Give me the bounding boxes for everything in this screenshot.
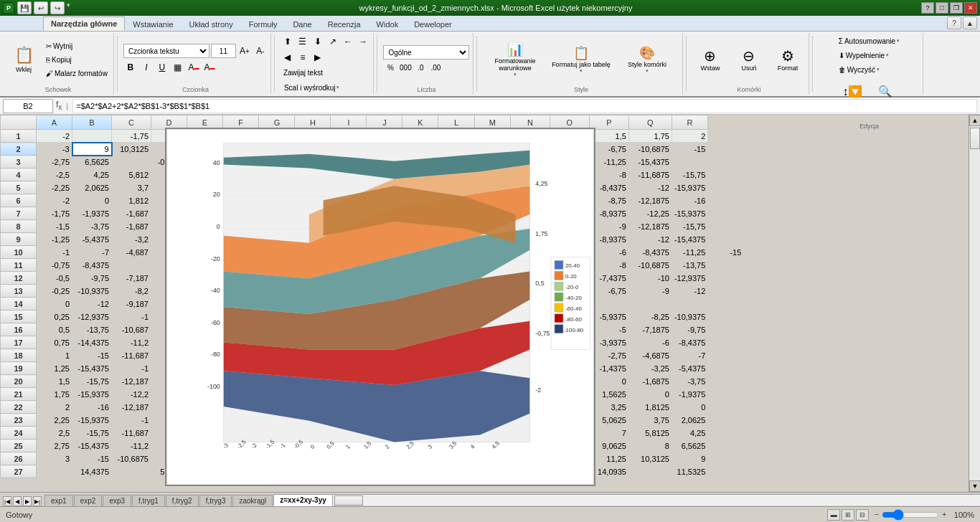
normal-view-btn[interactable]: ▬: [827, 509, 840, 521]
fill-color-btn[interactable]: A▬: [187, 60, 201, 75]
table-row[interactable]: 0: [37, 298, 72, 310]
format-btn[interactable]: ⚙ Format: [770, 34, 806, 85]
row-header-16[interactable]: 16: [1, 323, 37, 336]
text-angle-btn[interactable]: ↗: [326, 34, 340, 49]
table-row[interactable]: -15: [672, 143, 707, 156]
tab-widok[interactable]: Widok: [369, 16, 407, 31]
table-row[interactable]: -15,4375: [672, 233, 707, 246]
border-btn[interactable]: ▦: [171, 60, 185, 75]
table-row[interactable]: 1,75: [37, 388, 72, 401]
row-header-1[interactable]: 1: [1, 130, 37, 143]
horizontal-scrollbar[interactable]: [333, 494, 980, 506]
table-row[interactable]: 0,75: [37, 336, 72, 349]
row-header-23[interactable]: 23: [1, 414, 37, 427]
table-row[interactable]: 11,5325: [672, 465, 707, 478]
decimal-decrease-btn[interactable]: .00: [428, 61, 443, 74]
sheet-tab-z-xx-2xy-3yy[interactable]: z=xx+2xy-3yy: [273, 494, 333, 506]
scroll-up-btn[interactable]: ▲: [969, 115, 980, 126]
align-middle-btn[interactable]: ☰: [296, 34, 310, 49]
table-row[interactable]: -15,4375: [72, 440, 112, 452]
quick-redo-btn[interactable]: ↪: [50, 1, 65, 14]
table-row[interactable]: 1,25: [37, 362, 72, 375]
table-row[interactable]: 8: [628, 440, 672, 452]
row-header-6[interactable]: 6: [1, 194, 37, 207]
table-row[interactable]: -1: [112, 414, 151, 427]
ribbon-minimize-btn[interactable]: ▲: [963, 16, 977, 29]
clear-btn[interactable]: 🗑 Wyczyść ▾: [836, 63, 903, 76]
table-row[interactable]: -2: [37, 130, 72, 143]
row-header-17[interactable]: 17: [1, 336, 37, 349]
row-header-20[interactable]: 20: [1, 375, 37, 388]
table-row[interactable]: 1: [37, 349, 72, 362]
table-row[interactable]: [37, 465, 72, 478]
align-right-btn[interactable]: ▶: [311, 50, 325, 65]
table-row[interactable]: 5,812: [112, 169, 151, 181]
close-btn[interactable]: ✕: [964, 2, 977, 14]
underline-btn[interactable]: U: [155, 60, 169, 75]
table-row[interactable]: 2: [672, 130, 707, 143]
fill-btn[interactable]: ⬇ Wypełnienie ▾: [836, 49, 903, 62]
sheet-tab-zaokr-gl[interactable]: zaokrągl: [232, 495, 273, 506]
formula-input[interactable]: [72, 99, 977, 113]
table-row[interactable]: -1,5: [37, 220, 72, 233]
table-row[interactable]: -1,75: [112, 130, 151, 143]
merge-btn[interactable]: Scal i wyśrodkuj ▾: [281, 80, 343, 95]
table-row[interactable]: 2,0625: [672, 414, 707, 427]
table-row[interactable]: -4,687: [112, 246, 151, 259]
insert-btn[interactable]: ⊕ Wstaw: [692, 34, 728, 85]
sheet-tab-f-tryg1[interactable]: f,tryg1: [132, 495, 165, 506]
table-row[interactable]: [628, 465, 672, 478]
row-header-4[interactable]: 4: [1, 169, 37, 181]
table-row[interactable]: -11,25: [672, 246, 707, 259]
row-header-9[interactable]: 9: [1, 233, 37, 246]
table-row[interactable]: -10,9375: [672, 310, 707, 323]
last-tab-btn[interactable]: ▶|: [33, 496, 42, 506]
row-header-22[interactable]: 22: [1, 401, 37, 414]
table-row[interactable]: -13,75: [72, 323, 112, 336]
table-row[interactable]: [672, 156, 707, 169]
tab-formuly[interactable]: Formuły: [241, 16, 286, 31]
table-row[interactable]: 6,5625: [672, 440, 707, 452]
tab-wstawianie[interactable]: Wstawianie: [125, 16, 181, 31]
table-row[interactable]: -1,75: [37, 207, 72, 220]
table-row[interactable]: 1,812: [112, 194, 151, 207]
table-row[interactable]: -11,2: [112, 336, 151, 349]
row-header-18[interactable]: 18: [1, 349, 37, 362]
table-row[interactable]: -3,75: [672, 375, 707, 388]
row-header-26[interactable]: 26: [1, 452, 37, 465]
sheet-tab-f-tryg3[interactable]: f,tryg3: [199, 495, 232, 506]
table-row[interactable]: 2,25: [37, 414, 72, 427]
table-row[interactable]: 1,8125: [628, 401, 672, 414]
table-row[interactable]: -3: [37, 143, 72, 156]
help-btn[interactable]: ?: [947, 16, 961, 29]
table-row[interactable]: -9,75: [72, 272, 112, 285]
table-row[interactable]: -16: [672, 194, 707, 207]
delete-btn[interactable]: ⊖ Usuń: [731, 34, 767, 85]
table-row[interactable]: 2,5: [37, 427, 72, 440]
table-row[interactable]: [112, 156, 151, 169]
row-header-27[interactable]: 27: [1, 465, 37, 478]
fx-icon[interactable]: fx: [56, 100, 62, 111]
table-row[interactable]: -8,25: [628, 310, 672, 323]
chart-area[interactable]: 40 20 0 -20 -40 -60 -80 -100: [165, 128, 595, 486]
col-header-C[interactable]: C: [112, 115, 151, 130]
row-header-5[interactable]: 5: [1, 181, 37, 194]
autosum-btn[interactable]: Σ Autosumowanie ▾: [836, 34, 903, 47]
table-row[interactable]: -3,25: [628, 362, 672, 375]
table-row[interactable]: -10,9375: [72, 285, 112, 298]
table-row[interactable]: [112, 259, 151, 272]
table-row[interactable]: -12: [672, 285, 707, 298]
table-row[interactable]: 4,25: [672, 427, 707, 440]
sheet-tab-exp3[interactable]: exp3: [103, 495, 131, 506]
page-break-btn[interactable]: ⊟: [856, 509, 869, 521]
table-row[interactable]: -9,75: [672, 323, 707, 336]
table-row[interactable]: -8,2: [112, 285, 151, 298]
zoom-in-btn[interactable]: +: [942, 511, 946, 518]
table-row[interactable]: -11,6875: [628, 169, 672, 181]
row-header-19[interactable]: 19: [1, 362, 37, 375]
table-row[interactable]: -0,75: [37, 259, 72, 272]
table-row[interactable]: -12: [628, 181, 672, 194]
table-row[interactable]: -10,6875: [628, 259, 672, 272]
row-header-2[interactable]: 2: [1, 143, 37, 156]
scroll-down-btn[interactable]: ▼: [969, 480, 980, 492]
